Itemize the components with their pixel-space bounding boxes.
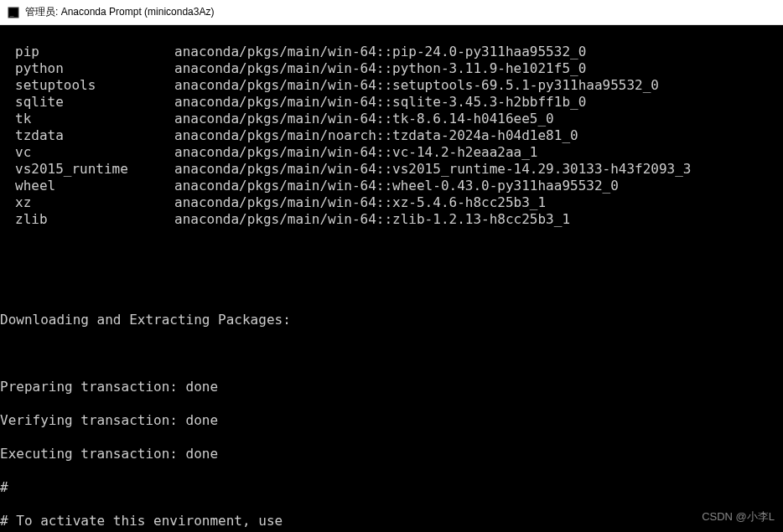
package-line: tzdataanaconda/pkgs/main/noarch::tzdata-… bbox=[0, 127, 783, 144]
package-spec: anaconda/pkgs/main/win-64::setuptools-69… bbox=[174, 77, 783, 94]
svg-text:_: _ bbox=[10, 8, 14, 16]
package-name: tzdata bbox=[0, 127, 174, 144]
package-line: tkanaconda/pkgs/main/win-64::tk-8.6.14-h… bbox=[0, 111, 783, 127]
terminal-content[interactable]: pipanaconda/pkgs/main/win-64::pip-24.0-p… bbox=[0, 25, 783, 532]
package-name: sqlite bbox=[0, 94, 174, 111]
activate-comment: # To activate this environment, use bbox=[0, 513, 783, 529]
preparing-message: Preparing transaction: done bbox=[0, 379, 783, 395]
package-spec: anaconda/pkgs/main/win-64::python-3.11.9… bbox=[174, 60, 783, 77]
package-line: pythonanaconda/pkgs/main/win-64::python-… bbox=[0, 60, 783, 77]
package-name: xz bbox=[0, 194, 174, 211]
package-name: pip bbox=[0, 44, 174, 60]
package-name: wheel bbox=[0, 178, 174, 194]
package-line: xzanaconda/pkgs/main/win-64::xz-5.4.6-h8… bbox=[0, 194, 783, 211]
package-name: vc bbox=[0, 144, 174, 161]
package-name: vs2015_runtime bbox=[0, 161, 174, 178]
package-spec: anaconda/pkgs/main/win-64::vc-14.2-h2eaa… bbox=[174, 144, 783, 161]
package-spec: anaconda/pkgs/main/win-64::vs2015_runtim… bbox=[174, 161, 783, 178]
comment-line: # bbox=[0, 479, 783, 496]
app-icon: _ bbox=[7, 6, 20, 19]
window-title: 管理员: Anaconda Prompt (miniconda3Az) bbox=[25, 5, 214, 19]
verifying-message: Verifying transaction: done bbox=[0, 412, 783, 429]
package-line: sqliteanaconda/pkgs/main/win-64::sqlite-… bbox=[0, 94, 783, 111]
package-line: zlibanaconda/pkgs/main/win-64::zlib-1.2.… bbox=[0, 211, 783, 228]
executing-message: Executing transaction: done bbox=[0, 446, 783, 462]
package-spec: anaconda/pkgs/main/win-64::tk-8.6.14-h04… bbox=[174, 111, 783, 127]
package-line: wheelanaconda/pkgs/main/win-64::wheel-0.… bbox=[0, 178, 783, 194]
package-spec: anaconda/pkgs/main/win-64::xz-5.4.6-h8cc… bbox=[174, 194, 783, 211]
package-line: vs2015_runtimeanaconda/pkgs/main/win-64:… bbox=[0, 161, 783, 178]
package-spec: anaconda/pkgs/main/noarch::tzdata-2024a-… bbox=[174, 127, 783, 144]
package-spec: anaconda/pkgs/main/win-64::sqlite-3.45.3… bbox=[174, 94, 783, 111]
package-name: tk bbox=[0, 111, 174, 127]
package-line: pipanaconda/pkgs/main/win-64::pip-24.0-p… bbox=[0, 44, 783, 60]
terminal-window: _ 管理员: Anaconda Prompt (miniconda3Az) pi… bbox=[0, 0, 783, 532]
downloading-message: Downloading and Extracting Packages: bbox=[0, 312, 783, 328]
package-name: setuptools bbox=[0, 77, 174, 94]
package-spec: anaconda/pkgs/main/win-64::pip-24.0-py31… bbox=[174, 44, 783, 60]
package-spec: anaconda/pkgs/main/win-64::wheel-0.43.0-… bbox=[174, 178, 783, 194]
package-spec: anaconda/pkgs/main/win-64::zlib-1.2.13-h… bbox=[174, 211, 783, 228]
package-line: setuptoolsanaconda/pkgs/main/win-64::set… bbox=[0, 77, 783, 94]
titlebar[interactable]: _ 管理员: Anaconda Prompt (miniconda3Az) bbox=[0, 0, 783, 25]
package-name: zlib bbox=[0, 211, 174, 228]
package-line: vcanaconda/pkgs/main/win-64::vc-14.2-h2e… bbox=[0, 144, 783, 161]
watermark: CSDN @小李L bbox=[702, 509, 775, 525]
package-name: python bbox=[0, 60, 174, 77]
